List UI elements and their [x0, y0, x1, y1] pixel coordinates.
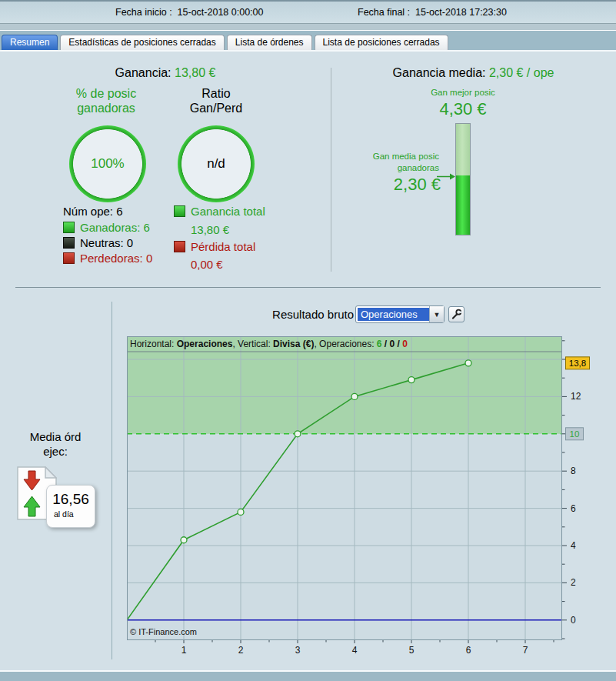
legend-neutras: Neutras: 0: [63, 236, 133, 249]
y-axis-label: 2: [571, 577, 576, 588]
winning-positions-pct: 100%: [91, 156, 124, 172]
ganancia-title: Ganancia: 13,80 €: [0, 66, 331, 80]
wrench-icon: [451, 309, 462, 320]
resultado-dropdown[interactable]: Operaciones ▼: [355, 305, 445, 323]
gain-loss-ratio-value: n/d: [207, 156, 225, 172]
data-point: [351, 393, 358, 399]
y-axis-label: 12: [571, 391, 581, 402]
donut-pct-title: % de posic ganadoras: [48, 86, 164, 115]
header-divider-band: [0, 23, 616, 31]
data-point: [465, 360, 471, 366]
fecha-final-label: Fecha final :: [358, 7, 415, 18]
tab-bar: Resumen Estadísticas de posiciones cerra…: [0, 31, 616, 52]
orders-per-day-unit: al día: [54, 509, 95, 519]
svg-text:10: 10: [570, 429, 580, 439]
gan-media-posic-label: Gan media posic ganadoras: [323, 151, 439, 174]
ganancia-label: Ganancia:: [115, 66, 175, 79]
red-swatch-icon: [63, 252, 75, 264]
gauge-lower-segment: [456, 175, 470, 235]
tab-resumen[interactable]: Resumen: [2, 35, 58, 50]
footer-bar: [0, 670, 616, 681]
chart-settings-button[interactable]: [448, 306, 464, 322]
date-range-header: Fecha inicio : 15-oct-2018 0:00:00 Fecha…: [0, 2, 616, 23]
orders-per-day-value: 16,56: [47, 491, 95, 508]
gan-mejor-posic-value: 4,30 €: [386, 99, 540, 119]
fecha-inicio-label: Fecha inicio :: [115, 7, 178, 18]
ganancia-value: 13,80 €: [175, 66, 215, 79]
y-axis-label: 6: [571, 503, 576, 514]
fecha-inicio-value: 15-oct-2018 0:00:00: [178, 7, 264, 18]
x-axis-label: 1: [181, 645, 187, 656]
chevron-down-icon[interactable]: ▼: [429, 306, 444, 322]
y-axis-label: 4: [571, 540, 576, 551]
gan-mejor-posic-label: Gan mejor posic: [386, 88, 540, 97]
tab-lista-ordenes[interactable]: Lista de órdenes: [227, 35, 312, 50]
tab-lista-posiciones[interactable]: Lista de posiciones cerradas: [315, 35, 448, 50]
fecha-inicio: Fecha inicio : 15-oct-2018 0:00:00: [115, 7, 263, 18]
y-axis-label: 0: [571, 615, 576, 626]
gain-loss-ratio-donut: n/d: [178, 125, 255, 202]
orders-per-day-box: 16,56 al día: [46, 485, 95, 528]
chart-info-text: Horizontal: Operaciones, Vertical: Divis…: [130, 339, 408, 349]
x-axis-label: 6: [466, 645, 471, 656]
profit-band: [127, 336, 562, 434]
legend-perdedoras: Perdedoras: 0: [63, 252, 152, 265]
ganancia-total-row: Ganancia total: [174, 205, 265, 218]
red-swatch-icon: [174, 241, 185, 252]
backtest-report-window: Fecha inicio : 15-oct-2018 0:00:00 Fecha…: [0, 0, 616, 681]
gan-media-posic-value: 2,30 €: [325, 175, 441, 195]
section-divider: [15, 287, 601, 288]
watermark: © IT-Finance.com: [130, 627, 197, 636]
green-swatch-icon: [174, 205, 185, 217]
resultado-dropdown-value[interactable]: Operaciones: [358, 308, 429, 321]
chart-left-divider: [112, 302, 112, 659]
winning-positions-donut: 100%: [69, 125, 146, 202]
x-axis-label: 2: [238, 645, 244, 656]
ganancia-total-value: 13,80 €: [191, 223, 229, 236]
fecha-final-value: 15-oct-2018 17:23:30: [415, 7, 507, 18]
resultado-bruto-label: Resultado bruto: [238, 308, 354, 321]
x-axis-label: 3: [295, 645, 301, 656]
svg-text:13,8: 13,8: [569, 359, 586, 368]
fecha-final: Fecha final : 15-oct-2018 17:23:30: [358, 7, 507, 18]
media-ord-ejec-label: Media órd ejec:: [9, 429, 102, 459]
tab-estadisticas[interactable]: Estadísticas de posiciones cerradas: [60, 35, 224, 50]
x-axis-label: 4: [352, 645, 358, 656]
num-ope: Núm ope: 6: [63, 205, 123, 218]
green-swatch-icon: [63, 222, 75, 233]
gain-gauge-bar: [455, 123, 471, 235]
y-axis-label: 8: [571, 466, 576, 476]
legend-ganadoras: Ganadoras: 6: [63, 221, 150, 234]
data-point: [181, 537, 187, 543]
donut-ratio-title: Ratio Gan/Perd: [158, 86, 274, 115]
data-point: [295, 431, 301, 437]
x-axis-label: 7: [523, 645, 528, 656]
perdida-total-row: Pérdida total: [174, 240, 255, 253]
gauge-upper-segment: [456, 124, 470, 175]
ganancia-media-title: Ganancia media: 2,30 € / ope: [331, 66, 616, 80]
equity-curve-chart: 02468121013,81234567© IT-Finance.comHori…: [127, 336, 616, 663]
perdida-total-value: 0,00 €: [191, 258, 223, 271]
black-swatch-icon: [63, 237, 75, 249]
data-point: [238, 509, 244, 515]
x-axis-label: 5: [409, 645, 415, 656]
data-point: [408, 377, 415, 383]
